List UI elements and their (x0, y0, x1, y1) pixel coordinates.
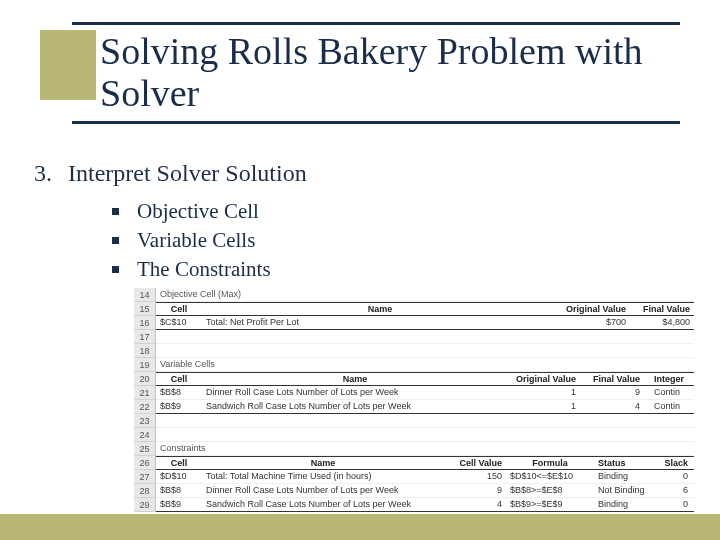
cell-slack: 0 (656, 497, 694, 511)
col-name: Name (202, 302, 558, 316)
bullet-text: Variable Cells (137, 228, 255, 253)
body: 3. Interpret Solver Solution Objective C… (34, 160, 686, 512)
cell-value: 150 (444, 469, 506, 483)
cell-ref: $B$8 (156, 483, 202, 497)
row-number: 22 (134, 400, 156, 414)
footer-bar (0, 514, 720, 540)
row-number: 24 (134, 428, 156, 442)
cell-name: Dinner Roll Case Lots Number of Lots per… (202, 483, 444, 497)
col-name: Name (202, 456, 444, 470)
section-label-variable: Variable Cells (156, 357, 219, 371)
cell-status: Binding (594, 469, 656, 483)
step-row: 3. Interpret Solver Solution (34, 160, 686, 187)
section-label-objective: Objective Cell (Max) (156, 287, 245, 301)
spreadsheet-screenshot: 14151617181920212223242526272829 Objecti… (134, 288, 694, 512)
spreadsheet-grid: Objective Cell (Max) Cell Name Original … (156, 288, 694, 512)
list-item: Variable Cells (112, 228, 686, 253)
cell-final-value: $4,800 (630, 315, 694, 329)
cell-value: 9 (444, 483, 506, 497)
col-original-value: Original Value (558, 302, 630, 316)
table-row: $D$10 Total: Total Machine Time Used (in… (156, 470, 694, 484)
cell-slack: 0 (656, 469, 694, 483)
cell-name: Total: Net Profit Per Lot (202, 315, 558, 329)
row-number: 26 (134, 456, 156, 470)
cell-integer: Contin (644, 385, 694, 399)
col-integer: Integer (644, 372, 694, 386)
table-row: $B$8 Dinner Roll Case Lots Number of Lot… (156, 484, 694, 498)
bullet-list: Objective Cell Variable Cells The Constr… (112, 199, 686, 282)
cell-status: Binding (594, 497, 656, 511)
col-cell: Cell (156, 456, 202, 470)
list-item: Objective Cell (112, 199, 686, 224)
bullet-text: Objective Cell (137, 199, 259, 224)
bullet-icon (112, 208, 119, 215)
row-number: 27 (134, 470, 156, 484)
cell-ref: $C$10 (156, 315, 202, 329)
col-name: Name (202, 372, 508, 386)
cell-name: Total: Total Machine Time Used (in hours… (202, 469, 444, 483)
col-final-value: Final Value (630, 302, 694, 316)
cell-status: Not Binding (594, 483, 656, 497)
cell-slack: 6 (656, 483, 694, 497)
cell-final-value: 4 (580, 399, 644, 413)
slide-title: Solving Rolls Bakery Problem with Solver (100, 31, 680, 115)
row-number: 18 (134, 344, 156, 358)
cell-name: Sandwich Roll Case Lots Number of Lots p… (202, 399, 508, 413)
col-cell-value: Cell Value (444, 456, 506, 470)
cell-name: Sandwich Roll Case Lots Number of Lots p… (202, 497, 444, 511)
row-number: 16 (134, 316, 156, 330)
row-number: 28 (134, 484, 156, 498)
col-formula: Formula (506, 456, 594, 470)
table-row: $B$9 Sandwich Roll Case Lots Number of L… (156, 498, 694, 512)
cell-ref: $B$8 (156, 385, 202, 399)
row-number: 17 (134, 330, 156, 344)
col-status: Status (594, 456, 656, 470)
cell-final-value: 9 (580, 385, 644, 399)
cell-integer: Contin (644, 399, 694, 413)
row-number: 23 (134, 414, 156, 428)
list-item: The Constraints (112, 257, 686, 282)
cell-ref: $B$9 (156, 497, 202, 511)
row-number: 29 (134, 498, 156, 512)
rule-bottom (72, 121, 680, 124)
rule-top (72, 22, 680, 25)
cell-name: Dinner Roll Case Lots Number of Lots per… (202, 385, 508, 399)
row-number: 14 (134, 288, 156, 302)
col-cell: Cell (156, 302, 202, 316)
table-header-row: Cell Name Cell Value Formula Status Slac… (156, 456, 694, 470)
accent-bar (40, 30, 96, 100)
cell-ref: $D$10 (156, 469, 202, 483)
row-number: 15 (134, 302, 156, 316)
row-number: 21 (134, 386, 156, 400)
cell-original-value: 1 (508, 399, 580, 413)
title-block: Solving Rolls Bakery Problem with Solver (100, 0, 680, 132)
row-number: 20 (134, 372, 156, 386)
col-final-value: Final Value (580, 372, 644, 386)
table-row: $B$8 Dinner Roll Case Lots Number of Lot… (156, 386, 694, 400)
bullet-text: The Constraints (137, 257, 271, 282)
table-header-row: Cell Name Original Value Final Value (156, 302, 694, 316)
cell-original-value: $700 (558, 315, 630, 329)
col-original-value: Original Value (508, 372, 580, 386)
cell-value: 4 (444, 497, 506, 511)
step-text: Interpret Solver Solution (68, 160, 307, 187)
cell-formula: $B$8>=$E$8 (506, 483, 594, 497)
row-number: 25 (134, 442, 156, 456)
cell-formula: $B$9>=$E$9 (506, 497, 594, 511)
table-row: $B$9 Sandwich Roll Case Lots Number of L… (156, 400, 694, 414)
table-header-row: Cell Name Original Value Final Value Int… (156, 372, 694, 386)
bullet-icon (112, 237, 119, 244)
col-cell: Cell (156, 372, 202, 386)
section-label-constraints: Constraints (156, 441, 210, 455)
bullet-icon (112, 266, 119, 273)
col-slack: Slack (656, 456, 694, 470)
row-number: 19 (134, 358, 156, 372)
cell-original-value: 1 (508, 385, 580, 399)
cell-ref: $B$9 (156, 399, 202, 413)
table-row: $C$10 Total: Net Profit Per Lot $700 $4,… (156, 316, 694, 330)
step-number: 3. (34, 160, 58, 187)
row-number-gutter: 14151617181920212223242526272829 (134, 288, 156, 512)
cell-formula: $D$10<=$E$10 (506, 469, 594, 483)
